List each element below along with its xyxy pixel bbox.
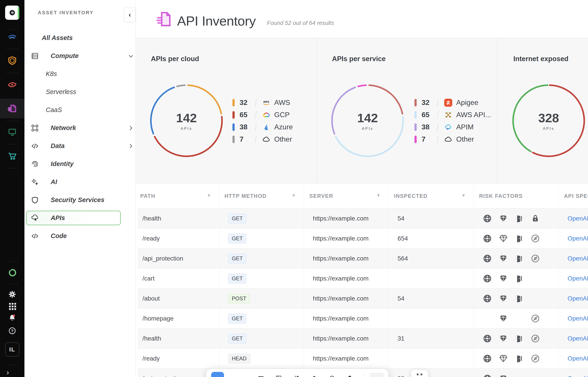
diamond-risk-icon[interactable] xyxy=(499,274,508,283)
door-risk-icon[interactable] xyxy=(515,274,524,283)
owasp-risk-icon[interactable] xyxy=(531,334,540,343)
api-spec-link[interactable]: OpenAPI xyxy=(567,215,588,222)
sidebar-item-ai[interactable]: AI xyxy=(24,173,136,191)
sidebar-collapse-button[interactable]: ‹ xyxy=(124,7,136,22)
globe-risk-icon[interactable] xyxy=(483,374,492,377)
globe-risk-icon[interactable] xyxy=(483,214,492,223)
globe-risk-icon[interactable] xyxy=(483,354,492,363)
api-spec-link[interactable]: OpenAPI xyxy=(567,315,588,322)
table-row[interactable]: /api_protectionGEThttps://example.com564… xyxy=(138,248,588,269)
globe-risk-icon[interactable] xyxy=(483,254,492,263)
sidebar-item-k8s[interactable]: K8s xyxy=(24,65,136,83)
cell-api-spec[interactable]: OpenAPI xyxy=(558,228,588,248)
cell-api-spec[interactable]: OpenAPI xyxy=(558,248,588,268)
door-risk-icon[interactable] xyxy=(515,254,524,263)
rail-item-open-ring-icon[interactable] xyxy=(0,266,24,280)
cell-api-spec[interactable]: OpenAPI xyxy=(558,349,588,368)
diamond-risk-icon[interactable] xyxy=(499,334,508,343)
bell-sm-icon[interactable] xyxy=(346,375,353,377)
diamond-risk-icon[interactable] xyxy=(499,314,508,323)
globe-risk-icon[interactable] xyxy=(483,294,492,303)
sidebar-item-security-services[interactable]: Security Services xyxy=(24,191,136,209)
sidebar-item-compute[interactable]: Compute xyxy=(24,47,136,65)
owasp-risk-icon[interactable] xyxy=(531,314,540,323)
sidebar-item-code[interactable]: Code xyxy=(24,227,136,245)
door-risk-icon[interactable] xyxy=(515,214,524,223)
sidebar-item-apis[interactable]: APIs xyxy=(24,209,136,227)
sidebar-item-data[interactable]: Data xyxy=(24,137,136,155)
diamond-risk-icon[interactable] xyxy=(499,374,508,377)
diamond-risk-icon[interactable] xyxy=(499,254,508,263)
cell-api-spec[interactable]: OpenAPI xyxy=(558,209,588,228)
cell-api-spec[interactable]: OpenAPI xyxy=(558,289,588,308)
door-risk-icon[interactable] xyxy=(515,234,524,243)
toolbar-secondary-button[interactable] xyxy=(370,373,384,377)
api-spec-link[interactable]: OpenAPI xyxy=(567,375,588,377)
table-row[interactable]: /cartGEThttps://example.comOpenAPI xyxy=(138,269,588,289)
door-risk-icon[interactable] xyxy=(515,354,524,363)
diamond-risk-icon[interactable] xyxy=(499,274,508,283)
filter-funnel-icon[interactable] xyxy=(291,194,296,199)
table-row[interactable]: /healthGEThttps://example.com31OpenAPI xyxy=(138,329,588,349)
door-risk-icon[interactable] xyxy=(515,294,524,303)
owasp-risk-icon[interactable] xyxy=(531,234,540,243)
diamond-risk-icon[interactable] xyxy=(499,374,508,377)
owasp-risk-icon[interactable] xyxy=(531,354,540,363)
api-spec-link[interactable]: OpenAPI xyxy=(567,275,588,282)
filter-funnel-icon[interactable] xyxy=(461,194,466,199)
rail-item-bell-icon[interactable] xyxy=(0,311,24,325)
chevron-right-icon[interactable] xyxy=(127,142,135,150)
chevron-right-icon[interactable] xyxy=(127,124,135,132)
door-risk-icon[interactable] xyxy=(515,334,524,343)
sidebar-item-serverless[interactable]: Serverless xyxy=(24,83,136,101)
rail-item-shield-org-icon[interactable] xyxy=(0,51,24,70)
gear-sm-icon[interactable] xyxy=(328,375,335,377)
door-risk-icon[interactable] xyxy=(515,354,524,363)
lock-risk-icon[interactable] xyxy=(531,214,540,223)
product-logo[interactable] xyxy=(5,6,19,20)
person-icon[interactable] xyxy=(311,375,318,377)
cell-api-spec[interactable]: OpenAPI xyxy=(558,308,588,328)
column-header-server[interactable]: SERVER xyxy=(304,184,388,208)
diamond-open-risk-icon[interactable] xyxy=(499,234,508,243)
owasp-risk-icon[interactable] xyxy=(531,314,540,323)
globe-risk-icon[interactable] xyxy=(483,274,492,283)
diamond-risk-icon[interactable] xyxy=(499,294,508,303)
rail-item-cart-icon[interactable] xyxy=(0,146,24,165)
globe-risk-icon[interactable] xyxy=(483,374,492,377)
sidebar-item-identity[interactable]: Identity xyxy=(24,155,136,173)
table-grid-icon[interactable] xyxy=(275,375,282,377)
api-spec-link[interactable]: OpenAPI xyxy=(567,255,588,262)
globe-risk-icon[interactable] xyxy=(483,274,492,283)
column-header-http-method[interactable]: HTTP METHOD xyxy=(219,184,304,208)
rail-item-monitor-icon[interactable] xyxy=(0,122,24,141)
rail-item-api-doc-icon[interactable] xyxy=(0,99,24,118)
table-row[interactable]: /homepageGEThttps://example.comOpenAPI xyxy=(138,308,588,329)
sidebar-item-caas[interactable]: CaaS xyxy=(24,101,136,119)
floating-mini-button[interactable] xyxy=(411,370,428,377)
diamond-open-risk-icon[interactable] xyxy=(499,354,508,363)
door-risk-icon[interactable] xyxy=(515,254,524,263)
door-risk-icon[interactable] xyxy=(515,294,524,303)
owasp-risk-icon[interactable] xyxy=(531,254,540,263)
table-row[interactable]: /aboutPOSThttps://example.com54OpenAPI xyxy=(138,289,588,308)
diamond-risk-icon[interactable] xyxy=(499,254,508,263)
filter-funnel-icon[interactable] xyxy=(376,194,381,199)
diamond-risk-icon[interactable] xyxy=(499,294,508,303)
globe-risk-icon[interactable] xyxy=(483,254,492,263)
rail-item-eye-icon[interactable] xyxy=(0,75,24,94)
api-spec-link[interactable]: OpenAPI xyxy=(567,295,588,302)
toolbar-primary-button[interactable] xyxy=(211,372,224,377)
globe-risk-icon[interactable] xyxy=(483,334,492,343)
door-risk-icon[interactable] xyxy=(515,214,524,223)
cell-api-spec[interactable]: OpenAPI xyxy=(558,368,588,377)
rail-item-wifi-icon[interactable] xyxy=(0,27,24,46)
owasp-risk-icon[interactable] xyxy=(531,234,540,243)
globe-risk-icon[interactable] xyxy=(483,214,492,223)
diamond-risk-icon[interactable] xyxy=(499,314,508,323)
globe-risk-icon[interactable] xyxy=(483,354,492,363)
user-initials-button[interactable]: IL xyxy=(5,342,19,356)
globe-risk-icon[interactable] xyxy=(483,234,492,243)
rail-item-help-icon[interactable]: ? xyxy=(0,324,24,338)
globe-risk-icon[interactable] xyxy=(483,334,492,343)
